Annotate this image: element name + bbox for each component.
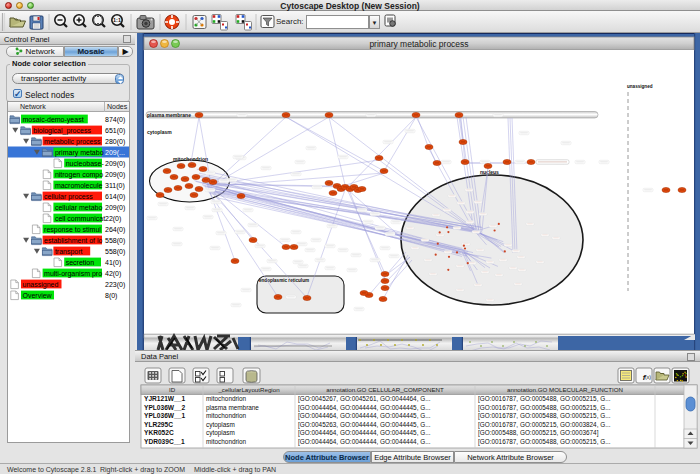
svg-text:42(0): 42(0) <box>105 270 121 278</box>
svg-text:[GO:0045267, GO:0045261, GO:00: [GO:0045267, GO:0045261, GO:0044464, G..… <box>298 395 431 403</box>
svg-text:YLR295C: YLR295C <box>144 421 173 428</box>
svg-text:primary metabo: primary metabo <box>55 149 104 157</box>
svg-text:primary metabolic process: primary metabolic process <box>369 39 468 49</box>
svg-text:cytoplasm: cytoplasm <box>147 129 172 135</box>
svg-text:280(0): 280(0) <box>105 138 125 146</box>
svg-text:[GO:0044464, GO:0044444, GO:00: [GO:0044464, GO:0044444, GO:0044445, G..… <box>298 429 431 437</box>
svg-text:establishment of lo: establishment of lo <box>44 237 102 244</box>
svg-text:macromolecule: macromolecule <box>55 182 103 189</box>
svg-text:cell communicat: cell communicat <box>55 215 105 222</box>
svg-text:response to stimul: response to stimul <box>44 226 101 234</box>
svg-text:22(0): 22(0) <box>105 215 121 223</box>
svg-text:cellular process: cellular process <box>44 193 93 201</box>
svg-text:[GO:0045263, GO:0044444, GO:00: [GO:0045263, GO:0044444, GO:0044445, G..… <box>298 421 431 429</box>
svg-text:nucleus: nucleus <box>480 169 499 175</box>
svg-text:[GO:0016787, GO:0005488, GO:00: [GO:0016787, GO:0005488, GO:0005215, G..… <box>478 412 611 420</box>
svg-text:annotation.GO MOLECULAR_FUNCTI: annotation.GO MOLECULAR_FUNCTION <box>507 386 623 393</box>
svg-text:[GO:0044464, GO:0044444, GO:00: [GO:0044464, GO:0044444, GO:0044445, G..… <box>298 412 431 420</box>
svg-text:264(0): 264(0) <box>105 226 125 234</box>
svg-text:YKR052C: YKR052C <box>144 429 174 436</box>
svg-text:558(0): 558(0) <box>105 237 125 245</box>
svg-text:ID: ID <box>169 386 176 393</box>
svg-text:_cellularLayoutRegion: _cellularLayoutRegion <box>217 386 280 393</box>
svg-text:secretion: secretion <box>66 259 95 266</box>
svg-text:8(0): 8(0) <box>105 292 117 300</box>
svg-text:209(0): 209(0) <box>105 160 125 168</box>
svg-text:mitochondrion: mitochondrion <box>206 395 247 402</box>
svg-text:(x): (x) <box>645 374 651 380</box>
svg-text:endoplasmic reticulum: endoplasmic reticulum <box>259 278 309 283</box>
svg-text:unassigned: unassigned <box>627 84 653 89</box>
svg-text:mitochondrion: mitochondrion <box>173 156 208 162</box>
svg-text:plasma membrane: plasma membrane <box>147 112 191 118</box>
svg-text:[GO:0016787, GO:0005215, GO:00: [GO:0016787, GO:0005215, GO:0003824, G..… <box>478 421 611 429</box>
svg-text:[GO:0016787, GO:0005488, GO:00: [GO:0016787, GO:0005488, GO:0005215, G..… <box>478 395 611 403</box>
svg-text:YPL036W__1: YPL036W__1 <box>144 412 185 419</box>
svg-text:multi-organism pro: multi-organism pro <box>44 270 102 278</box>
svg-text:651(0): 651(0) <box>105 127 125 135</box>
svg-text:1:1: 1:1 <box>113 17 121 23</box>
svg-text:209(0): 209(0) <box>105 171 125 179</box>
svg-text:874(0): 874(0) <box>105 116 125 124</box>
svg-text:cytoplasm: cytoplasm <box>206 421 235 429</box>
svg-text:[GO:0044464, GO:0044444, GO:00: [GO:0044464, GO:0044444, GO:0044444, G..… <box>298 438 431 446</box>
svg-text:cytoplasm: cytoplasm <box>206 429 235 437</box>
svg-text:[GO:0016787, GO:0005488, GO:00: [GO:0016787, GO:0005488, GO:0005215, G..… <box>478 438 611 446</box>
svg-text:209(0): 209(0) <box>105 204 125 212</box>
svg-text:[GO:0016787, GO:0005488, GO:00: [GO:0016787, GO:0005488, GO:0005215, G..… <box>478 404 611 412</box>
svg-text:311(0): 311(0) <box>105 182 125 190</box>
svg-text:plasma membrane: plasma membrane <box>206 404 259 412</box>
svg-text:YDR039C__1: YDR039C__1 <box>144 438 185 445</box>
svg-text:[GO:0044464, GO:0044444, GO:00: [GO:0044464, GO:0044444, GO:0044445, G..… <box>298 404 431 412</box>
svg-text:nucleobase-: nucleobase- <box>66 160 105 167</box>
svg-text:YPL036W__2: YPL036W__2 <box>144 404 185 411</box>
svg-text:[GO:0005488, GO:0005215, GO:00: [GO:0005488, GO:0005215, GO:0003674] <box>478 429 599 437</box>
svg-text:annotation.GO CELLULAR_COMPONE: annotation.GO CELLULAR_COMPONENT <box>326 386 444 393</box>
svg-text:unassigned: unassigned <box>23 281 59 289</box>
svg-text:558(0): 558(0) <box>105 248 125 256</box>
svg-text:Overview: Overview <box>23 292 53 299</box>
svg-text:metabolic process: metabolic process <box>44 138 101 146</box>
svg-text:biological_process: biological_process <box>33 127 91 135</box>
svg-text:223(0): 223(0) <box>105 281 125 289</box>
svg-text:nitrogen compo: nitrogen compo <box>55 171 103 179</box>
svg-text:209(...: 209(... <box>105 149 125 157</box>
svg-text:YJR121W__1: YJR121W__1 <box>144 395 185 402</box>
svg-text:mitochondrion: mitochondrion <box>206 412 247 419</box>
svg-text:transport: transport <box>55 248 83 256</box>
svg-text:41(0): 41(0) <box>105 259 121 267</box>
svg-text:614(0): 614(0) <box>105 193 125 201</box>
svg-text:cellular metabo: cellular metabo <box>55 204 103 211</box>
svg-text:mitochondrion: mitochondrion <box>206 438 247 445</box>
svg-text:mosaic-demo-yeast: mosaic-demo-yeast <box>23 116 84 124</box>
